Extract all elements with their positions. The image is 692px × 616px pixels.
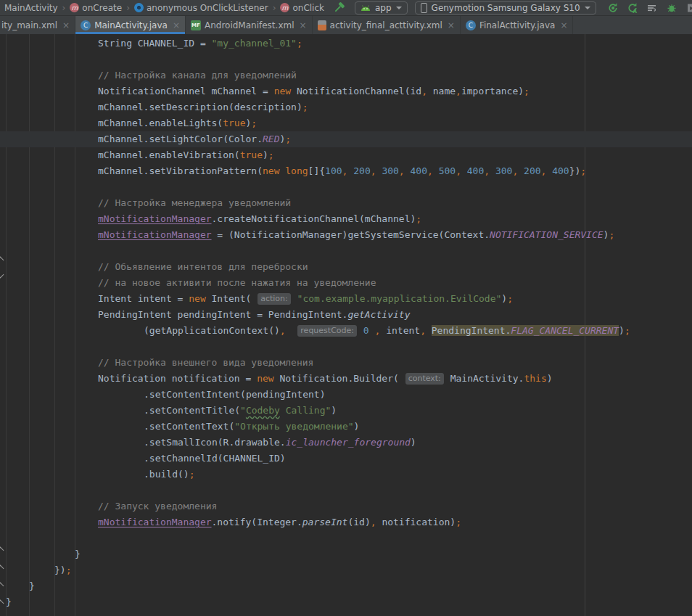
code-line[interactable] xyxy=(0,243,692,259)
code-token: 300 xyxy=(382,165,398,176)
code-line[interactable]: .setSmallIcon(R.drawable.ic_launcher_for… xyxy=(0,435,692,451)
build-hammer-icon[interactable] xyxy=(331,1,347,15)
code-token xyxy=(292,293,297,304)
tab-FinalActtivity.java[interactable]: CFinalActtivity.java× xyxy=(461,16,574,34)
code-line[interactable]: } xyxy=(0,594,692,610)
code-line[interactable]: String CHANNEL_ID = "my_channel_01"; xyxy=(0,36,692,52)
code-line[interactable]: PendingIntent pendingIntent = PendingInt… xyxy=(0,307,692,323)
code-token: .setContentText( xyxy=(144,421,234,432)
code-token: Notification.Builder( xyxy=(274,373,405,384)
code-token: NotificationChannel(id xyxy=(291,86,421,96)
code-token: ; xyxy=(297,38,302,49)
code-line[interactable]: mNotificationManager.notify(Integer.pars… xyxy=(0,514,692,530)
code-line[interactable]: // Настройка менеджера уведомлений xyxy=(0,195,692,211)
code-token: .createNotificationChannel(mChannel) xyxy=(212,213,416,224)
chevron-down-icon xyxy=(396,7,402,9)
code-line[interactable]: // Обьявление интентов для переброски xyxy=(0,259,692,275)
code-token: ; xyxy=(189,469,195,480)
code-token: (id) xyxy=(347,517,370,527)
code-token: .build() xyxy=(144,469,189,480)
tab-close-icon[interactable]: × xyxy=(173,21,180,30)
code-token: new xyxy=(274,86,291,96)
code-line[interactable]: .build(); xyxy=(0,467,692,482)
tab-MainActivity.java[interactable]: CMainActivity.java× xyxy=(75,16,186,34)
code-token: parseInt xyxy=(302,517,348,527)
code-line[interactable]: // Настройка внешнего вида уведомления xyxy=(0,355,692,371)
code-line[interactable] xyxy=(0,52,692,67)
tab-activity_final_acttivity.xml[interactable]: activity_final_acttivity.xml× xyxy=(313,16,461,34)
code-line[interactable]: mChannel.enableVibration(true); xyxy=(0,147,692,163)
code-token: new xyxy=(257,373,273,384)
code-token: , xyxy=(371,517,382,527)
code-token: mChannel.setDescription(description) xyxy=(98,102,302,112)
tab-close-icon[interactable]: × xyxy=(560,21,567,30)
code-line[interactable]: .setContentTitle("Codeby Calling") xyxy=(0,403,692,419)
code-token: String CHANNEL_ID = xyxy=(98,38,212,49)
code-line[interactable]: // Запуск уведомления xyxy=(0,498,692,514)
code-token: Notification notification = xyxy=(98,373,257,384)
tab-close-icon[interactable]: × xyxy=(62,21,70,30)
breadcrumb-item[interactable]: MainActivity xyxy=(4,3,58,13)
code-token: // Настройка канала для уведомлений xyxy=(98,70,297,81)
debug-icon[interactable] xyxy=(664,1,680,15)
code-line[interactable] xyxy=(0,482,692,498)
run-config-selector[interactable]: app xyxy=(355,1,408,15)
code-token: true xyxy=(240,149,263,160)
method-icon: m xyxy=(70,3,79,12)
code-token: = (NotificationManager)getSystemService(… xyxy=(212,229,490,240)
code-area: String CHANNEL_ID = "my_channel_01";// Н… xyxy=(0,36,692,610)
code-token: FLAG_CANCEL_CURRENT xyxy=(511,325,619,336)
method-icon: m xyxy=(280,3,289,12)
code-line[interactable]: mChannel.setVibrationPattern(new long[]{… xyxy=(0,163,692,179)
breadcrumb-item[interactable]: onCreate xyxy=(82,3,122,13)
code-line[interactable]: mChannel.setDescription(description); xyxy=(0,99,692,115)
code-line[interactable]: .setContentText("Открыть уведомление") xyxy=(0,419,692,435)
run-config-label: app xyxy=(375,3,392,13)
code-line[interactable]: mChannel.setLightColor(Color.RED); xyxy=(0,131,692,147)
device-selector[interactable]: Genymotion Samsung Galaxy S10 xyxy=(415,1,596,15)
breadcrumb-separator: › xyxy=(62,3,66,13)
code-line[interactable]: } xyxy=(0,578,692,594)
code-line[interactable]: } xyxy=(0,546,692,562)
apply-code-changes-icon[interactable]: A xyxy=(625,1,640,15)
profiler-icon[interactable] xyxy=(683,1,692,15)
breadcrumb-item[interactable]: onClick xyxy=(292,3,324,13)
tab-AndroidManifest.xml[interactable]: MFAndroidManifest.xml× xyxy=(186,16,313,34)
code-line[interactable]: .setChannelId(CHANNEL_ID) xyxy=(0,451,692,467)
code-token: new xyxy=(263,165,279,176)
tab-close-icon[interactable]: × xyxy=(300,21,307,30)
breadcrumb-item[interactable]: anonymous OnClickListener xyxy=(147,3,268,13)
code-token: ; xyxy=(285,134,291,144)
code-line[interactable]: NotificationChannel mChannel = new Notif… xyxy=(0,83,692,99)
code-token: , xyxy=(420,325,432,336)
tab-close-icon[interactable]: × xyxy=(448,21,455,30)
code-token: .setContentTitle( xyxy=(144,405,240,416)
code-token: } xyxy=(6,596,12,607)
code-line[interactable] xyxy=(0,530,692,546)
code-line[interactable] xyxy=(0,339,692,355)
process-list-icon[interactable] xyxy=(644,1,660,15)
code-line[interactable]: }); xyxy=(0,562,692,578)
code-line[interactable]: mNotificationManager.createNotificationC… xyxy=(0,211,692,227)
code-token: // Запуск уведомления xyxy=(98,501,217,512)
code-token: mNotificationManager xyxy=(98,213,212,224)
rerun-activity-icon[interactable] xyxy=(605,1,621,15)
code-token: , xyxy=(421,86,427,96)
manifest-file-icon: MF xyxy=(191,20,201,30)
toolbar-actions: A xyxy=(605,1,692,15)
code-line[interactable] xyxy=(0,179,692,195)
editor[interactable]: String CHANNEL_ID = "my_channel_01";// Н… xyxy=(0,34,692,616)
code-token: // Настройка менеджера уведомлений xyxy=(98,197,291,208)
code-line[interactable]: mChannel.enableLights(true); xyxy=(0,115,692,131)
code-line[interactable]: Notification notification = new Notifica… xyxy=(0,371,692,387)
code-line[interactable]: .setContentIntent(pendingIntent) xyxy=(0,387,692,403)
code-line[interactable]: (getApplicationContext(), requestCode: 0… xyxy=(0,323,692,339)
code-token: ic_launcher_foreground xyxy=(286,437,411,448)
code-token: this xyxy=(524,373,546,384)
code-line[interactable]: mNotificationManager = (NotificationMana… xyxy=(0,227,692,243)
code-line[interactable]: // на новое активити после нажатия на ув… xyxy=(0,275,692,291)
code-line[interactable]: // Настройка канала для уведомлений xyxy=(0,67,692,83)
code-token: 200 xyxy=(353,165,370,176)
code-line[interactable]: Intent intent = new Intent( action: "com… xyxy=(0,291,692,307)
tab-ity_main.xml[interactable]: ity_main.xml× xyxy=(0,16,75,34)
